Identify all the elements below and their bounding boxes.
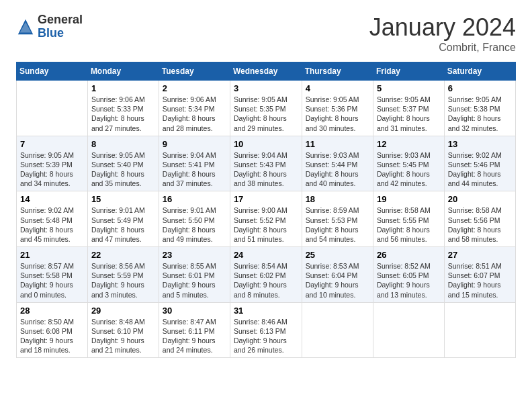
logo: General Blue bbox=[16, 13, 83, 40]
day-number: 5 bbox=[377, 83, 441, 93]
day-info: Sunrise: 9:05 AM Sunset: 5:37 PM Dayligh… bbox=[377, 95, 441, 133]
calendar-table: SundayMondayTuesdayWednesdayThursdayFrid… bbox=[16, 62, 516, 358]
calendar-cell: 24Sunrise: 8:54 AM Sunset: 6:02 PM Dayli… bbox=[230, 247, 302, 303]
calendar-cell: 13Sunrise: 9:02 AM Sunset: 5:46 PM Dayli… bbox=[444, 136, 515, 191]
title-block: January 2024 Combrit, France bbox=[369, 13, 516, 54]
day-info: Sunrise: 9:05 AM Sunset: 5:35 PM Dayligh… bbox=[234, 95, 298, 133]
day-info: Sunrise: 9:05 AM Sunset: 5:40 PM Dayligh… bbox=[91, 150, 155, 189]
day-number: 10 bbox=[234, 139, 298, 149]
day-number: 23 bbox=[163, 250, 226, 260]
calendar-cell: 4Sunrise: 9:05 AM Sunset: 5:36 PM Daylig… bbox=[302, 81, 373, 136]
day-info: Sunrise: 8:57 AM Sunset: 5:58 PM Dayligh… bbox=[20, 261, 84, 300]
weekday-header: Thursday bbox=[302, 62, 373, 81]
calendar-cell: 19Sunrise: 8:58 AM Sunset: 5:55 PM Dayli… bbox=[373, 191, 444, 247]
day-info: Sunrise: 9:05 AM Sunset: 5:39 PM Dayligh… bbox=[20, 150, 84, 189]
calendar-cell: 3Sunrise: 9:05 AM Sunset: 5:35 PM Daylig… bbox=[230, 81, 302, 136]
day-info: Sunrise: 8:51 AM Sunset: 6:07 PM Dayligh… bbox=[448, 261, 512, 300]
day-number: 17 bbox=[234, 194, 298, 204]
day-number: 9 bbox=[163, 139, 226, 149]
calendar-cell: 27Sunrise: 8:51 AM Sunset: 6:07 PM Dayli… bbox=[444, 247, 515, 303]
day-info: Sunrise: 9:05 AM Sunset: 5:36 PM Dayligh… bbox=[306, 95, 369, 133]
logo-icon bbox=[16, 17, 35, 36]
day-number: 19 bbox=[377, 194, 441, 204]
calendar-cell: 14Sunrise: 9:02 AM Sunset: 5:48 PM Dayli… bbox=[17, 191, 88, 247]
calendar-cell bbox=[444, 302, 515, 358]
calendar-cell: 12Sunrise: 9:03 AM Sunset: 5:45 PM Dayli… bbox=[373, 136, 444, 191]
weekday-header: Friday bbox=[373, 62, 444, 81]
day-number: 2 bbox=[163, 83, 226, 93]
calendar-cell: 22Sunrise: 8:56 AM Sunset: 5:59 PM Dayli… bbox=[87, 247, 159, 303]
day-number: 24 bbox=[234, 250, 298, 260]
day-info: Sunrise: 8:47 AM Sunset: 6:11 PM Dayligh… bbox=[163, 317, 226, 355]
day-number: 4 bbox=[306, 83, 369, 93]
day-number: 3 bbox=[234, 83, 298, 93]
day-info: Sunrise: 8:58 AM Sunset: 5:55 PM Dayligh… bbox=[377, 205, 441, 244]
day-number: 12 bbox=[377, 139, 441, 149]
calendar-cell: 17Sunrise: 9:00 AM Sunset: 5:52 PM Dayli… bbox=[230, 191, 302, 247]
calendar-cell: 1Sunrise: 9:06 AM Sunset: 5:33 PM Daylig… bbox=[87, 81, 159, 136]
day-number: 15 bbox=[91, 194, 155, 204]
day-number: 22 bbox=[91, 250, 155, 260]
weekday-header: Sunday bbox=[17, 62, 88, 81]
day-info: Sunrise: 8:58 AM Sunset: 5:56 PM Dayligh… bbox=[448, 205, 512, 244]
day-number: 20 bbox=[448, 194, 512, 204]
day-info: Sunrise: 9:05 AM Sunset: 5:38 PM Dayligh… bbox=[448, 95, 512, 133]
day-info: Sunrise: 8:48 AM Sunset: 6:10 PM Dayligh… bbox=[91, 317, 155, 355]
calendar-cell: 11Sunrise: 9:03 AM Sunset: 5:44 PM Dayli… bbox=[302, 136, 373, 191]
calendar-week-row: 14Sunrise: 9:02 AM Sunset: 5:48 PM Dayli… bbox=[17, 191, 516, 247]
header-row: SundayMondayTuesdayWednesdayThursdayFrid… bbox=[17, 62, 516, 81]
day-number: 28 bbox=[20, 306, 84, 316]
calendar-cell: 6Sunrise: 9:05 AM Sunset: 5:38 PM Daylig… bbox=[444, 81, 515, 136]
calendar-cell bbox=[373, 302, 444, 358]
calendar-cell: 18Sunrise: 8:59 AM Sunset: 5:53 PM Dayli… bbox=[302, 191, 373, 247]
day-info: Sunrise: 8:59 AM Sunset: 5:53 PM Dayligh… bbox=[306, 205, 369, 244]
day-info: Sunrise: 8:56 AM Sunset: 5:59 PM Dayligh… bbox=[91, 261, 155, 300]
day-number: 31 bbox=[234, 306, 298, 316]
calendar-cell: 7Sunrise: 9:05 AM Sunset: 5:39 PM Daylig… bbox=[17, 136, 88, 191]
calendar-cell: 15Sunrise: 9:01 AM Sunset: 5:49 PM Dayli… bbox=[87, 191, 159, 247]
day-number: 13 bbox=[448, 139, 512, 149]
location: Combrit, France bbox=[369, 42, 516, 54]
day-number: 26 bbox=[377, 250, 441, 260]
day-info: Sunrise: 9:06 AM Sunset: 5:34 PM Dayligh… bbox=[163, 95, 226, 133]
day-number: 1 bbox=[91, 83, 155, 93]
day-number: 16 bbox=[163, 194, 226, 204]
day-number: 29 bbox=[91, 306, 155, 316]
day-info: Sunrise: 9:02 AM Sunset: 5:46 PM Dayligh… bbox=[448, 150, 512, 189]
calendar-cell: 2Sunrise: 9:06 AM Sunset: 5:34 PM Daylig… bbox=[159, 81, 230, 136]
day-number: 25 bbox=[306, 250, 369, 260]
day-info: Sunrise: 8:53 AM Sunset: 6:04 PM Dayligh… bbox=[306, 261, 369, 300]
day-info: Sunrise: 9:02 AM Sunset: 5:48 PM Dayligh… bbox=[20, 205, 84, 244]
calendar-week-row: 7Sunrise: 9:05 AM Sunset: 5:39 PM Daylig… bbox=[17, 136, 516, 191]
calendar-cell: 26Sunrise: 8:52 AM Sunset: 6:05 PM Dayli… bbox=[373, 247, 444, 303]
day-info: Sunrise: 8:55 AM Sunset: 6:01 PM Dayligh… bbox=[163, 261, 226, 300]
calendar-cell: 5Sunrise: 9:05 AM Sunset: 5:37 PM Daylig… bbox=[373, 81, 444, 136]
weekday-header: Wednesday bbox=[230, 62, 302, 81]
day-number: 8 bbox=[91, 139, 155, 149]
day-info: Sunrise: 9:01 AM Sunset: 5:49 PM Dayligh… bbox=[91, 205, 155, 244]
day-info: Sunrise: 9:01 AM Sunset: 5:50 PM Dayligh… bbox=[163, 205, 226, 244]
calendar-cell: 28Sunrise: 8:50 AM Sunset: 6:08 PM Dayli… bbox=[17, 302, 88, 358]
calendar-cell: 30Sunrise: 8:47 AM Sunset: 6:11 PM Dayli… bbox=[159, 302, 230, 358]
day-info: Sunrise: 8:46 AM Sunset: 6:13 PM Dayligh… bbox=[234, 317, 298, 355]
day-info: Sunrise: 9:04 AM Sunset: 5:41 PM Dayligh… bbox=[163, 150, 226, 189]
day-number: 18 bbox=[306, 194, 369, 204]
day-number: 7 bbox=[20, 139, 84, 149]
day-info: Sunrise: 9:04 AM Sunset: 5:43 PM Dayligh… bbox=[234, 150, 298, 189]
calendar-cell: 31Sunrise: 8:46 AM Sunset: 6:13 PM Dayli… bbox=[230, 302, 302, 358]
day-number: 6 bbox=[448, 83, 512, 93]
day-number: 11 bbox=[306, 139, 369, 149]
calendar-cell bbox=[302, 302, 373, 358]
day-info: Sunrise: 9:03 AM Sunset: 5:45 PM Dayligh… bbox=[377, 150, 441, 189]
day-number: 27 bbox=[448, 250, 512, 260]
day-info: Sunrise: 8:50 AM Sunset: 6:08 PM Dayligh… bbox=[20, 317, 84, 355]
page-header: General Blue January 2024 Combrit, Franc… bbox=[16, 13, 516, 54]
month-title: January 2024 bbox=[369, 13, 516, 42]
calendar-cell: 23Sunrise: 8:55 AM Sunset: 6:01 PM Dayli… bbox=[159, 247, 230, 303]
calendar-week-row: 28Sunrise: 8:50 AM Sunset: 6:08 PM Dayli… bbox=[17, 302, 516, 358]
calendar-cell: 10Sunrise: 9:04 AM Sunset: 5:43 PM Dayli… bbox=[230, 136, 302, 191]
day-info: Sunrise: 9:00 AM Sunset: 5:52 PM Dayligh… bbox=[234, 205, 298, 244]
weekday-header: Saturday bbox=[444, 62, 515, 81]
calendar-week-row: 1Sunrise: 9:06 AM Sunset: 5:33 PM Daylig… bbox=[17, 81, 516, 136]
calendar-cell: 21Sunrise: 8:57 AM Sunset: 5:58 PM Dayli… bbox=[17, 247, 88, 303]
